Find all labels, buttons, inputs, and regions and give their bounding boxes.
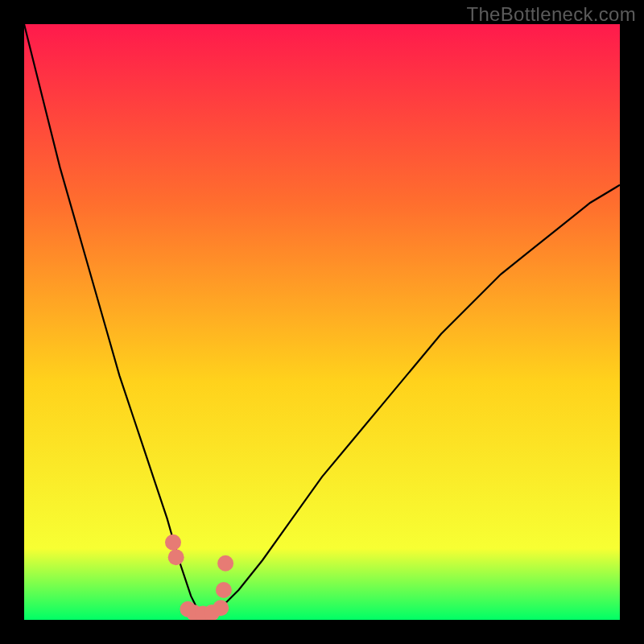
highlight-marker xyxy=(217,555,233,572)
plot-background xyxy=(24,24,620,620)
highlight-marker xyxy=(168,549,184,565)
highlight-marker xyxy=(165,535,181,551)
highlight-marker xyxy=(213,600,229,616)
bottleneck-chart xyxy=(24,24,620,620)
highlight-marker xyxy=(216,582,232,598)
watermark-text: TheBottleneck.com xyxy=(466,3,636,26)
chart-frame: TheBottleneck.com xyxy=(0,0,644,644)
